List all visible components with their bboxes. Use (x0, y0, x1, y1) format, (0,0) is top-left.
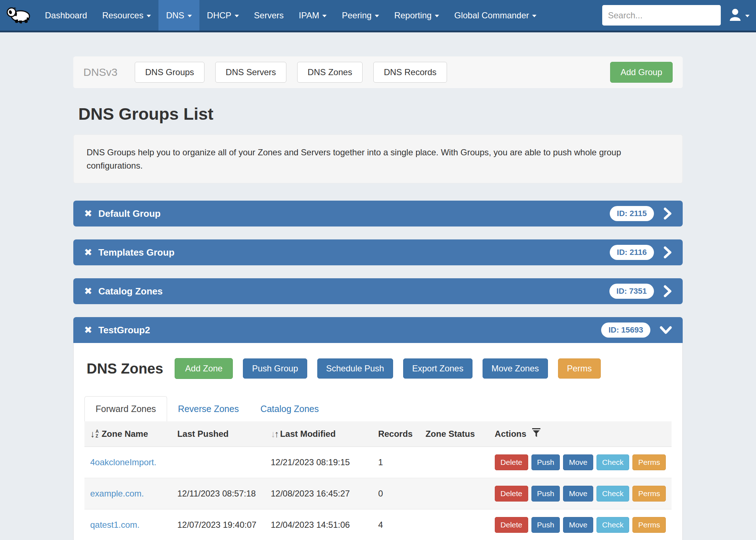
chevron-down-icon (532, 15, 536, 17)
nav-item-dns[interactable]: DNS (158, 0, 199, 31)
last-pushed-cell: 12/11/2023 08:57:18 (171, 478, 265, 509)
column-header-last-modified[interactable]: ↓↑ Last Modified (265, 421, 372, 447)
push-button[interactable]: Push (531, 517, 560, 533)
chevron-right-icon[interactable] (663, 207, 672, 220)
chevron-down-icon (375, 15, 379, 17)
delete-button[interactable]: Delete (495, 486, 528, 502)
chevron-down-icon (435, 15, 439, 17)
column-header-zone-status: Zone Status (420, 421, 489, 447)
group-name: Default Group (98, 208, 161, 219)
add-zone-button[interactable]: Add Zone (175, 358, 233, 379)
navbar-right (602, 0, 756, 31)
groups-description-text: DNS Groups help you to organize all of y… (87, 147, 621, 170)
add-group-button[interactable]: Add Group (610, 62, 673, 83)
zone-link[interactable]: example.com. (90, 489, 144, 498)
nav-item-resources[interactable]: Resources (94, 0, 158, 31)
nav-item-peering[interactable]: Peering (334, 0, 387, 31)
dns-servers-button[interactable]: DNS Servers (215, 62, 286, 83)
remove-group-icon[interactable]: ✖ (84, 287, 92, 296)
perms-button[interactable]: Perms (558, 358, 601, 379)
nav-item-servers[interactable]: Servers (246, 0, 291, 31)
nav-item-dhcp[interactable]: DHCP (199, 0, 246, 31)
table-row: qatest1.com. 12/07/2023 19:40:07 12/04/2… (84, 509, 672, 540)
tab-forward-zones[interactable]: Forward Zones (84, 396, 167, 421)
push-button[interactable]: Push (531, 486, 560, 502)
chevron-down-icon (322, 15, 327, 17)
remove-group-icon[interactable]: ✖ (84, 248, 92, 257)
zone-name-cell: qatest1.com. (84, 509, 171, 540)
actions-cell: Delete Push Move Check Perms (489, 478, 672, 509)
group-id-badge: ID: 7351 (609, 284, 654, 299)
move-zones-button[interactable]: Move Zones (483, 358, 548, 379)
tab-catalog-zones[interactable]: Catalog Zones (250, 397, 330, 421)
export-zones-button[interactable]: Export Zones (403, 358, 472, 379)
column-header-zone-name[interactable]: ↓ AZ Zone Name (84, 421, 171, 447)
move-button[interactable]: Move (563, 517, 593, 533)
check-button[interactable]: Check (596, 517, 630, 533)
dnsv3-brand: DNSv3 (83, 66, 117, 78)
chevron-down-icon (188, 15, 192, 17)
user-menu[interactable] (729, 8, 750, 23)
panda-logo[interactable] (0, 0, 37, 31)
perms-button[interactable]: Perms (632, 454, 666, 470)
zone-link[interactable]: 4oakcloneImport. (90, 457, 156, 467)
push-group-button[interactable]: Push Group (243, 358, 307, 379)
chevron-down-icon (745, 15, 750, 17)
user-icon (729, 8, 742, 23)
chevron-down-icon (147, 15, 151, 17)
nav-item-global-commander[interactable]: Global Commander (447, 0, 544, 31)
dns-zones-button[interactable]: DNS Zones (297, 62, 363, 83)
actions-cell: Delete Push Move Check Perms (489, 447, 672, 478)
last-pushed-cell: 12/07/2023 19:40:07 (171, 509, 265, 540)
group-header-templates-group[interactable]: ✖ Templates Group ID: 2116 (73, 239, 683, 265)
last-pushed-cell (171, 447, 265, 478)
nav-item-ipam[interactable]: IPAM (291, 0, 335, 31)
dns-toolbar: DNSv3 DNS Groups DNS Servers DNS Zones D… (73, 56, 683, 88)
table-header-row: ↓ AZ Zone Name Last Pushed ↓↑ Last Mo (84, 421, 672, 447)
move-button[interactable]: Move (563, 454, 593, 470)
perms-button[interactable]: Perms (632, 517, 666, 533)
chevron-down-icon[interactable] (660, 326, 672, 334)
column-header-records: Records (372, 421, 420, 447)
dns-records-button[interactable]: DNS Records (373, 62, 447, 83)
zone-link[interactable]: qatest1.com. (90, 520, 139, 530)
chevron-right-icon[interactable] (663, 285, 672, 297)
group-name: TestGroup2 (98, 325, 150, 336)
check-button[interactable]: Check (596, 454, 630, 470)
move-button[interactable]: Move (563, 486, 593, 502)
group-header-testgroup2[interactable]: ✖ TestGroup2 ID: 15693 (73, 317, 683, 343)
remove-group-icon[interactable]: ✖ (84, 325, 92, 335)
sort-alpha-down-icon: ↓ AZ (90, 429, 99, 439)
zones-table: ↓ AZ Zone Name Last Pushed ↓↑ Last Mo (84, 421, 672, 540)
group-header-catalog-zones[interactable]: ✖ Catalog Zones ID: 7351 (73, 278, 683, 304)
push-button[interactable]: Push (531, 454, 560, 470)
group-id-badge: ID: 15693 (601, 322, 650, 338)
group-header-default-group[interactable]: ✖ Default Group ID: 2115 (73, 201, 683, 226)
delete-button[interactable]: Delete (495, 517, 528, 533)
top-navbar: Dashboard Resources DNS DHCP Servers IPA… (0, 0, 756, 32)
dns-zones-title: DNS Zones (87, 361, 163, 377)
dns-groups-button[interactable]: DNS Groups (135, 62, 204, 83)
last-modified-cell: 12/21/2023 08:19:15 (265, 447, 372, 478)
nav-item-dashboard[interactable]: Dashboard (37, 0, 94, 31)
perms-button[interactable]: Perms (632, 486, 666, 502)
zones-tabs: Forward Zones Reverse Zones Catalog Zone… (84, 396, 672, 421)
dns-zones-header: DNS Zones Add Zone Push Group Schedule P… (87, 358, 669, 379)
filter-icon[interactable] (532, 428, 540, 440)
records-cell: 1 (372, 447, 420, 478)
group-name: Templates Group (98, 247, 175, 258)
search-input[interactable] (602, 5, 721, 26)
chevron-right-icon[interactable] (663, 246, 672, 258)
tab-reverse-zones[interactable]: Reverse Zones (167, 397, 250, 421)
testgroup2-panel: DNS Zones Add Zone Push Group Schedule P… (73, 343, 683, 540)
zone-name-cell: 4oakcloneImport. (84, 447, 171, 478)
remove-group-icon[interactable]: ✖ (84, 209, 92, 219)
nav-item-reporting[interactable]: Reporting (387, 0, 447, 31)
page-title: DNS Groups List (78, 104, 683, 124)
zone-status-cell (420, 447, 489, 478)
records-cell: 4 (372, 509, 420, 540)
schedule-push-button[interactable]: Schedule Push (317, 358, 393, 379)
delete-button[interactable]: Delete (495, 454, 528, 470)
check-button[interactable]: Check (596, 486, 630, 502)
last-modified-cell: 12/04/2023 14:51:06 (265, 509, 372, 540)
